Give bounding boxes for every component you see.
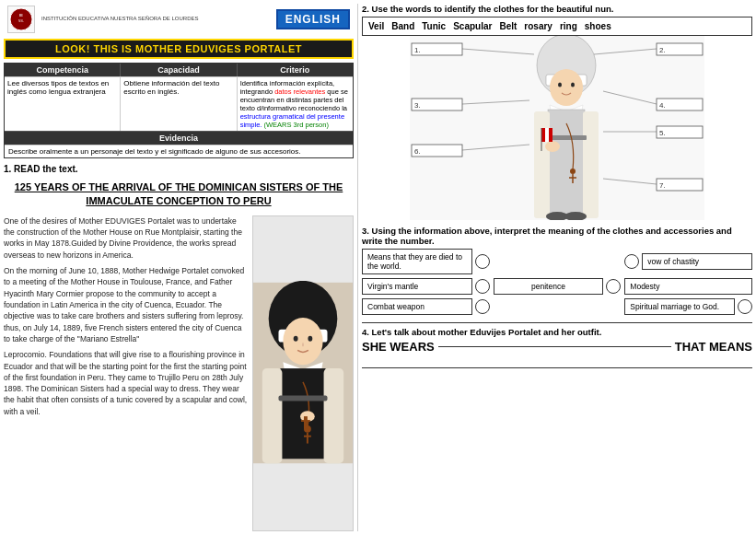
word-veil: Veil — [368, 21, 384, 31]
section-2: 2. Use the words to identify the clothes… — [362, 4, 752, 220]
svg-rect-11 — [262, 368, 283, 463]
section-2-title: 2. Use the words to identify the clothes… — [362, 4, 752, 14]
capacidad-value: Obtiene información del texto escrito en… — [121, 77, 237, 131]
nun-photo — [252, 215, 354, 531]
meaning-item-1: Means that they are died to the world. — [362, 249, 490, 274]
article-title: 125 YEARS OF THE ARRIVAL OF THE DOMINICA… — [4, 180, 354, 209]
svg-text:1.: 1. — [414, 46, 421, 54]
svg-point-24 — [558, 83, 562, 87]
svg-rect-19 — [278, 396, 327, 401]
meaning-item-6: Combat weapon — [362, 298, 490, 315]
section-4-title: 4. Let's talk about mother Eduvijes Port… — [362, 327, 752, 337]
col-competencia: Competencia — [5, 64, 121, 76]
col-capacidad: Capacidad — [121, 64, 237, 76]
meaning-circle-6 — [475, 299, 490, 314]
svg-point-7 — [294, 336, 298, 342]
paragraph-2: On the morning of June 10, 1888, Mother … — [4, 265, 249, 344]
meaning-box-7: Spiritual marriage to God. — [624, 298, 735, 315]
svg-text:4.: 4. — [659, 101, 666, 110]
meaning-box-6: Combat weapon — [362, 298, 472, 315]
section-4: 4. Let's talk about mother Eduvijes Port… — [362, 322, 752, 368]
svg-rect-27 — [548, 110, 585, 218]
svg-rect-29 — [583, 111, 599, 218]
school-logo: IE NSL — [7, 6, 35, 33]
svg-point-6 — [283, 318, 322, 365]
article-content: One of the desires of Mother EDUVIGES Po… — [4, 215, 354, 531]
svg-text:2.: 2. — [659, 46, 666, 54]
right-column: 2. Use the words to identify the clothes… — [357, 4, 752, 531]
meaning-box-4: penitence — [494, 278, 604, 295]
meaning-item-2: vow of chastity — [624, 253, 752, 270]
meaning-item-7: Spiritual marriage to God. — [624, 298, 752, 315]
evidencia-description: Describe oralmente a un personaje del te… — [5, 145, 353, 157]
that-means-fill-line — [362, 355, 752, 368]
paragraph-3: Leprocomio. Foundations that will give r… — [4, 349, 249, 417]
svg-text:3.: 3. — [414, 101, 421, 110]
meaning-grid: Means that they are died to the world. v… — [362, 249, 752, 315]
meaning-circle-4 — [606, 279, 621, 294]
word-belt: Belt — [499, 21, 517, 31]
school-name: INSTITUCIÓN EDUCATIVA NUESTRA SEÑORA DE … — [38, 16, 202, 23]
svg-rect-28 — [534, 111, 550, 218]
meaning-box-1: Means that they are died to the world. — [362, 249, 472, 274]
meaning-box-3: Virgin's mantle — [362, 278, 472, 295]
meaning-box-5: Modesty — [624, 278, 752, 295]
svg-text:7.: 7. — [659, 181, 666, 190]
meaning-circle-2 — [624, 254, 639, 269]
table-header: Competencia Capacidad Criterio — [5, 64, 353, 76]
paragraph-1: One of the desires of Mother EDUVIGES Po… — [4, 215, 249, 261]
left-column: IE NSL INSTITUCIÓN EDUCATIVA NUESTRA SEÑ… — [4, 4, 354, 531]
word-rosary: rosary — [524, 21, 552, 31]
meaning-item-4: penitence — [494, 278, 622, 295]
section-3: 3. Using the information above, interpre… — [362, 226, 752, 315]
meaning-item-3: Virgin's mantle — [362, 278, 490, 295]
svg-point-23 — [550, 69, 583, 106]
meaning-box-2: vow of chastity — [642, 253, 752, 270]
svg-point-25 — [571, 83, 575, 87]
word-tunic: Tunic — [422, 21, 446, 31]
svg-text:IE: IE — [19, 13, 23, 17]
svg-point-8 — [308, 336, 312, 342]
meaning-item-5: Modesty — [624, 278, 752, 295]
word-band: Band — [391, 21, 414, 31]
meaning-circle-3 — [475, 279, 490, 294]
read-instruction: 1. READ the text. — [4, 164, 354, 174]
nun-diagram: 1. 2. 3. 4. 5. — [362, 36, 752, 220]
word-ring: ring — [560, 21, 577, 31]
meaning-circle-7 — [738, 299, 752, 314]
svg-text:5.: 5. — [659, 129, 666, 137]
she-wears-line: SHE WEARS THAT MEANS — [362, 340, 752, 354]
col-criterio: Criterio — [238, 64, 353, 76]
svg-point-31 — [570, 169, 576, 174]
top-header: IE NSL INSTITUCIÓN EDUCATIVA NUESTRA SEÑ… — [4, 4, 354, 35]
vocabulary-word-row: Veil Band Tunic Scapular Belt rosary rin… — [362, 17, 752, 36]
article-text: One of the desires of Mother EDUVIGES Po… — [4, 215, 249, 531]
that-means-label: THAT MEANS — [675, 340, 752, 354]
svg-text:6.: 6. — [414, 147, 421, 156]
she-wears-fill-line — [438, 346, 671, 347]
evidencia-label: Evidencia — [5, 131, 353, 145]
table-row-1: Lee diversos tipos de textos en inglés c… — [5, 76, 353, 131]
competencia-value: Lee diversos tipos de textos en inglés c… — [5, 77, 121, 131]
meaning-circle-1 — [475, 254, 490, 269]
she-wears-label: SHE WEARS — [362, 340, 435, 354]
page-title: LOOK! THIS IS MOTHER EDUVIGES PORTALET — [4, 39, 354, 59]
word-scapular: Scapular — [453, 21, 492, 31]
criterio-value: Identifica información explícita, integr… — [238, 77, 353, 131]
svg-rect-37 — [545, 128, 549, 142]
section-3-title: 3. Using the information above, interpre… — [362, 226, 752, 246]
svg-rect-17 — [304, 417, 308, 430]
word-shoes: shoes — [585, 21, 611, 31]
svg-text:NSL: NSL — [18, 19, 24, 23]
svg-point-34 — [545, 141, 560, 152]
english-badge: ENGLISH — [276, 9, 350, 29]
svg-rect-38 — [549, 128, 552, 142]
svg-rect-12 — [324, 368, 344, 463]
competencia-table: Competencia Capacidad Criterio Lee diver… — [4, 63, 354, 158]
